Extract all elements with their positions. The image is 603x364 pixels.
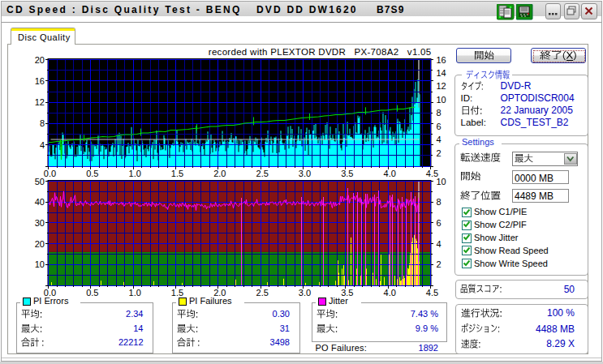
svg-text:6: 6: [437, 122, 441, 131]
svg-text:10: 10: [437, 95, 446, 105]
svg-text:1.0: 1.0: [129, 288, 141, 298]
svg-text:12: 12: [35, 97, 45, 107]
svg-text:12: 12: [437, 81, 446, 91]
svg-text:4.0: 4.0: [384, 288, 396, 298]
svg-text:16: 16: [437, 55, 446, 65]
svg-text:20: 20: [35, 55, 45, 65]
svg-text:3.5: 3.5: [341, 169, 353, 178]
svg-text:6: 6: [437, 218, 441, 228]
svg-text:4: 4: [437, 239, 441, 249]
svg-text:20: 20: [35, 239, 45, 249]
svg-text:10: 10: [437, 177, 446, 186]
svg-text:4: 4: [40, 140, 45, 150]
svg-text:2.5: 2.5: [256, 169, 269, 178]
svg-text:1.5: 1.5: [171, 169, 183, 178]
svg-text:50: 50: [35, 177, 45, 186]
svg-text:2.0: 2.0: [213, 169, 226, 178]
svg-text:30: 30: [35, 218, 45, 228]
svg-text:16: 16: [35, 76, 45, 86]
svg-text:2.5: 2.5: [256, 288, 269, 298]
svg-text:3.0: 3.0: [299, 169, 311, 178]
svg-text:0.0: 0.0: [44, 169, 56, 178]
svg-text:8: 8: [437, 197, 441, 207]
svg-text:4.0: 4.0: [384, 169, 396, 178]
svg-text:recorded with PLEXTOR DVDR P: recorded with PLEXTOR DVDR PX-708A2 v1.0…: [209, 47, 432, 57]
svg-text:4.5: 4.5: [426, 288, 438, 298]
svg-text:8: 8: [40, 118, 45, 128]
svg-text:4: 4: [437, 135, 441, 144]
svg-text:2: 2: [437, 259, 441, 269]
svg-text:40: 40: [35, 197, 45, 207]
svg-text:14: 14: [437, 68, 446, 78]
svg-text:8: 8: [437, 108, 441, 118]
svg-text:0.5: 0.5: [86, 169, 98, 178]
svg-text:0.5: 0.5: [86, 288, 98, 298]
svg-text:10: 10: [35, 259, 45, 269]
svg-text:1.0: 1.0: [129, 169, 141, 178]
svg-text:3.0: 3.0: [299, 288, 311, 298]
svg-text:2: 2: [437, 148, 441, 158]
